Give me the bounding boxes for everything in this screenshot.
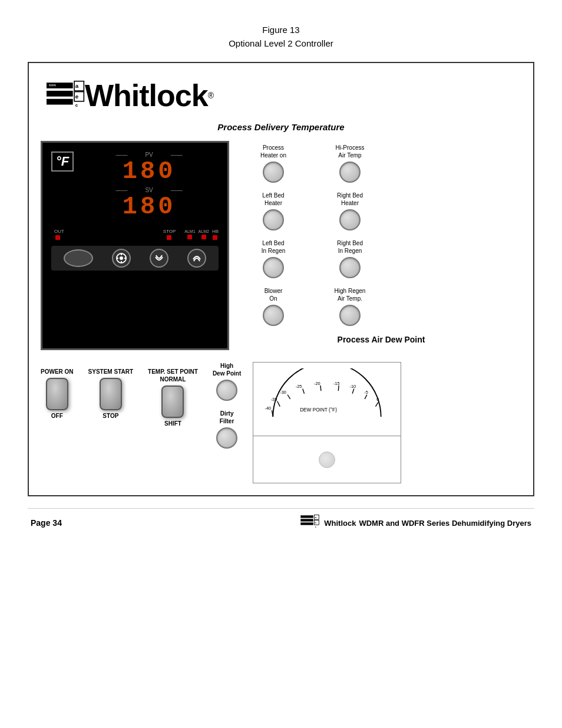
indicator-left-bed-in-regen: Left BedIn Regen bbox=[247, 239, 300, 278]
svg-text:-40: -40 bbox=[265, 406, 272, 411]
dew-lower-box bbox=[253, 436, 401, 483]
temp-set-point-bottom-label: SHIFT bbox=[164, 420, 181, 427]
indicator-right-bed-heater: Right BedHeater bbox=[323, 192, 376, 230]
hb-led bbox=[213, 235, 217, 240]
controller-up-button[interactable] bbox=[187, 249, 206, 268]
dew-gauge-section: -40 -35 -30 -25 -20 bbox=[253, 362, 401, 483]
svg-line-21 bbox=[303, 388, 305, 393]
indicators-row-1: ProcessHeater on Hi-ProcessAir Temp bbox=[247, 144, 515, 183]
svg-text:0: 0 bbox=[377, 397, 379, 403]
dew-right-section: HighDew Point DirtyFilter bbox=[207, 362, 401, 483]
controller-set-button[interactable] bbox=[112, 249, 131, 268]
svg-text:a: a bbox=[75, 83, 79, 89]
indicator-process-heater-on: ProcessHeater on bbox=[247, 144, 300, 183]
controller-down-button[interactable] bbox=[150, 249, 168, 268]
svg-text:-30: -30 bbox=[280, 390, 286, 395]
system-start-bottom-label: STOP bbox=[103, 413, 118, 419]
high-dew-point-item: HighDew Point bbox=[213, 362, 241, 401]
dew-lower-indicator bbox=[319, 452, 335, 468]
indicator-hi-process-air-temp: Hi-ProcessAir Temp bbox=[323, 144, 376, 183]
figure-title: Figure 13 Optional Level 2 Controller bbox=[229, 24, 333, 50]
right-bed-heater-circle bbox=[339, 209, 361, 230]
svg-line-19 bbox=[287, 395, 290, 399]
system-start-switch-body[interactable] bbox=[100, 378, 122, 410]
svg-text:a: a bbox=[315, 516, 317, 519]
footer-brand: Whitlock bbox=[324, 519, 356, 528]
dew-gauge-box: -40 -35 -30 -25 -20 bbox=[253, 362, 401, 436]
svg-line-27 bbox=[352, 388, 354, 393]
top-section: °F PV 180 SV 180 bbox=[41, 141, 521, 350]
aec-logo-icon: ≈≈≈ a e c bbox=[47, 80, 85, 112]
power-on-top-label: POWER ON bbox=[41, 368, 74, 375]
alm2-label: ALM2 bbox=[199, 229, 209, 233]
svg-rect-35 bbox=[301, 519, 314, 521]
page-wrapper: Figure 13 Optional Level 2 Controller ≈≈… bbox=[0, 0, 562, 728]
power-on-switch-body[interactable] bbox=[46, 378, 68, 410]
indicators-row-3: Left BedIn Regen Right BedIn Regen bbox=[247, 239, 515, 278]
left-bed-in-regen-circle bbox=[263, 257, 284, 278]
out-label: OUT bbox=[54, 229, 64, 234]
indicator-high-regen-air-temp: High RegenAir Temp. bbox=[323, 287, 376, 326]
hi-process-air-temp-circle bbox=[339, 162, 361, 183]
right-bed-in-regen-circle bbox=[339, 257, 361, 278]
high-dew-point-label: HighDew Point bbox=[213, 362, 241, 377]
system-start-top-label: SYSTEM START bbox=[88, 368, 133, 375]
controller-oval-button[interactable] bbox=[64, 249, 93, 267]
alm2-led bbox=[201, 235, 206, 239]
footer-aec-logo-icon: a e c bbox=[300, 515, 321, 531]
svg-text:-15: -15 bbox=[333, 381, 340, 386]
display-top: °F PV 180 SV 180 bbox=[51, 151, 219, 222]
dirty-filter-label: DirtyFilter bbox=[220, 410, 234, 425]
degree-f: °F bbox=[56, 154, 69, 169]
svg-text:-10: -10 bbox=[350, 384, 356, 390]
svg-text:-5: -5 bbox=[364, 390, 368, 395]
temp-set-point-switch: TEMP. SET POINTNORMAL SHIFT bbox=[148, 368, 198, 427]
indicator-blower-on: BlowerOn bbox=[247, 287, 300, 326]
alm1-label: ALM1 bbox=[184, 229, 195, 233]
temp-set-point-top-label: TEMP. SET POINTNORMAL bbox=[148, 368, 198, 383]
set-icon bbox=[115, 252, 127, 264]
figure-title-line2: Optional Level 2 Controller bbox=[229, 37, 333, 51]
right-indicators: ProcessHeater on Hi-ProcessAir Temp Left… bbox=[241, 141, 521, 350]
svg-line-25 bbox=[338, 386, 339, 391]
sv-value: 180 bbox=[80, 195, 219, 219]
indicator-left-bed-heater: Left BedHeater bbox=[247, 192, 300, 230]
left-bed-heater-circle bbox=[263, 209, 284, 230]
footer-description: WDMR and WDFR Series Dehumidifying Dryer… bbox=[359, 519, 531, 528]
down-icon bbox=[154, 253, 164, 263]
temp-set-point-switch-body[interactable] bbox=[161, 386, 184, 418]
bottom-section: POWER ON OFF SYSTEM START STOP TEMP. SET… bbox=[41, 362, 521, 483]
sv-row: SV 180 bbox=[80, 187, 219, 219]
dirty-filter-circle bbox=[216, 427, 237, 449]
pv-value: 180 bbox=[80, 159, 219, 184]
process-delivery-label: Process Delivery Temperature bbox=[41, 122, 521, 132]
system-start-switch: SYSTEM START STOP bbox=[88, 368, 133, 427]
brand-name: Whitlock bbox=[85, 78, 208, 113]
stop-led bbox=[167, 235, 171, 240]
indicators-row-4: BlowerOn High RegenAir Temp. bbox=[247, 287, 515, 326]
svg-text:≈≈≈: ≈≈≈ bbox=[49, 83, 56, 88]
svg-rect-36 bbox=[301, 522, 314, 525]
reg-mark: ® bbox=[208, 91, 214, 100]
dirty-filter-item: DirtyFilter bbox=[216, 410, 237, 449]
controller-buttons bbox=[51, 246, 219, 271]
figure-title-line1: Figure 13 bbox=[229, 24, 333, 37]
power-on-switch: POWER ON OFF bbox=[41, 368, 74, 427]
stop-label: STOP bbox=[163, 229, 176, 234]
pv-sv-display: PV 180 SV 180 bbox=[80, 151, 219, 222]
power-on-bottom-label: OFF bbox=[51, 413, 63, 419]
indicator-right-bed-in-regen: Right BedIn Regen bbox=[323, 239, 376, 278]
svg-point-10 bbox=[120, 256, 123, 260]
high-regen-air-temp-circle bbox=[339, 305, 361, 326]
switches-row: POWER ON OFF SYSTEM START STOP TEMP. SET… bbox=[41, 362, 198, 427]
svg-text:e: e bbox=[75, 93, 79, 99]
led-row: OUT STOP ALM1 ALM2 bbox=[51, 229, 219, 240]
controller-display: °F PV 180 SV 180 bbox=[41, 141, 229, 350]
svg-text:-20: -20 bbox=[314, 381, 320, 386]
svg-text:e: e bbox=[315, 521, 317, 524]
pv-row: PV 180 bbox=[80, 151, 219, 184]
footer-bar: Page 34 a e c Whitlock WDMR and WDFR Ser… bbox=[28, 508, 534, 537]
process-air-dew-point-title: Process Air Dew Point bbox=[247, 335, 515, 344]
out-led bbox=[55, 235, 60, 240]
process-heater-on-circle bbox=[263, 162, 284, 183]
